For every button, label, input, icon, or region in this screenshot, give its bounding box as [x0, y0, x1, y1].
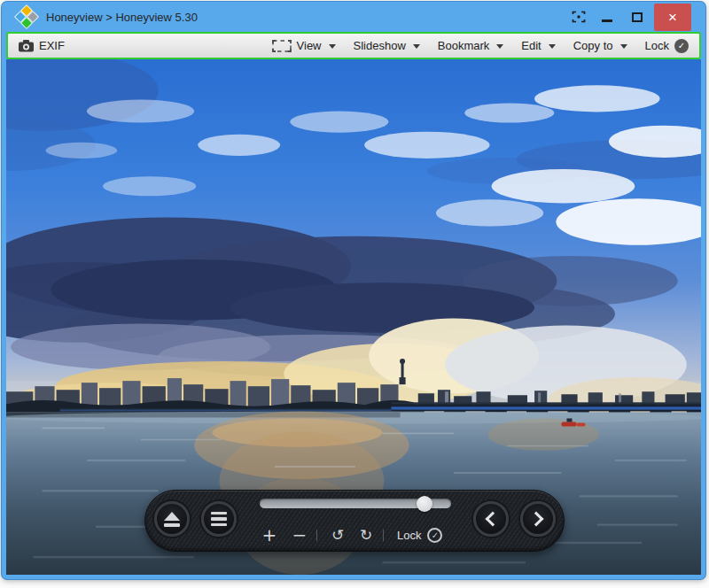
open-file-button[interactable] — [154, 501, 190, 537]
window-title: Honeyview > Honeyview 5.30 — [46, 11, 198, 24]
chevron-down-icon — [496, 44, 503, 49]
maximize-icon — [632, 12, 643, 22]
rotate-left-button[interactable]: ↺ — [325, 526, 350, 544]
toolbar-group: View Slideshow Bookmark Edit Copy to Loc… — [272, 39, 689, 53]
toolbar-item-slideshow[interactable]: Slideshow — [354, 39, 420, 52]
eject-icon — [164, 512, 180, 521]
honeyview-logo-icon — [16, 6, 37, 27]
close-button[interactable]: × — [654, 4, 691, 31]
image-viewport: + − ↺ ↻ Lock ✓ — [6, 59, 701, 575]
rotate-right-button[interactable]: ↻ — [354, 526, 378, 544]
close-icon: × — [668, 9, 677, 27]
toolbar-label: Lock — [645, 39, 669, 52]
camera-icon — [19, 40, 34, 52]
window-controls: × — [546, 2, 705, 32]
view-frame-icon — [272, 40, 292, 52]
sky — [6, 59, 701, 424]
menu-button[interactable] — [201, 501, 237, 537]
chevron-down-icon — [413, 44, 420, 49]
titlebar: Honeyview > Honeyview 5.30 × — [2, 2, 705, 32]
lock-check-icon: ✓ — [674, 39, 689, 53]
divider — [383, 530, 384, 541]
minimize-icon — [602, 19, 612, 22]
toolbar-item-bookmark[interactable]: Bookmark — [438, 39, 504, 52]
previous-image-button[interactable] — [473, 501, 509, 537]
fullscreen-button[interactable] — [567, 2, 590, 32]
menu-icon — [211, 512, 227, 515]
chevron-down-icon — [329, 44, 336, 49]
lock-label: Lock — [397, 529, 421, 542]
toolbar-label: View — [297, 39, 322, 52]
toolbar-label: Bookmark — [438, 39, 490, 52]
lock-toggle[interactable]: Lock ✓ — [397, 528, 442, 543]
next-image-button[interactable] — [520, 501, 556, 537]
viewer-controlbar: + − ↺ ↻ Lock ✓ — [144, 490, 565, 552]
controlbar-row: + − ↺ ↻ Lock ✓ — [257, 524, 461, 545]
chevron-down-icon — [549, 44, 556, 49]
slider-thumb[interactable] — [417, 496, 432, 512]
toolbar: EXIF View Slideshow Bookmark Edit — [6, 32, 701, 59]
zoom-out-button[interactable]: − — [287, 524, 312, 545]
toolbar-item-exif[interactable]: EXIF — [19, 39, 65, 52]
toolbar-label: Slideshow — [354, 39, 406, 52]
divider — [316, 530, 317, 541]
toolbar-item-lock[interactable]: Lock ✓ — [645, 39, 689, 53]
honeyview-window: Honeyview > Honeyview 5.30 × — [2, 2, 705, 579]
toolbar-item-copy-to[interactable]: Copy to — [573, 39, 627, 52]
toolbar-item-view[interactable]: View — [272, 39, 336, 52]
toolbar-label: Copy to — [573, 39, 613, 52]
minimize-button[interactable] — [596, 2, 619, 32]
position-slider[interactable] — [260, 499, 451, 508]
fullscreen-icon — [572, 11, 586, 23]
chevron-down-icon — [620, 44, 627, 49]
chevron-left-icon — [486, 512, 501, 527]
toolbar-item-edit[interactable]: Edit — [521, 39, 555, 52]
zoom-in-button[interactable]: + — [257, 524, 282, 545]
lock-check-icon: ✓ — [427, 528, 442, 543]
toolbar-label: EXIF — [39, 39, 65, 52]
chevron-right-icon — [529, 512, 544, 527]
toolbar-label: Edit — [521, 39, 541, 52]
maximize-button[interactable] — [626, 2, 649, 32]
